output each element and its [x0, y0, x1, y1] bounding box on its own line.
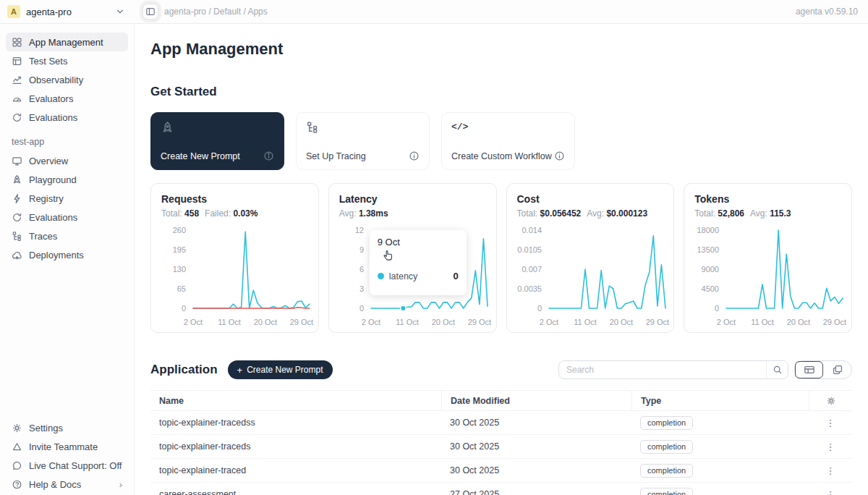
- sidebar-item-live-chat[interactable]: Live Chat Support: Off: [6, 456, 128, 475]
- tree-icon: [306, 121, 319, 134]
- row-actions-button[interactable]: ⋮: [822, 441, 840, 452]
- chart-title: Tokens: [694, 193, 841, 206]
- sidebar-item-invite-teammate[interactable]: Invite Teammate: [6, 437, 128, 456]
- sidebar-item-playground[interactable]: Playground: [6, 170, 128, 189]
- chart-title: Latency: [339, 193, 486, 206]
- get-started-title: Get Started: [150, 85, 852, 99]
- sidebar-item-label: Evaluations: [29, 112, 77, 123]
- cell-name: topic-explainer-tracedss: [150, 418, 441, 428]
- sidebar-item-settings[interactable]: Settings: [6, 418, 128, 437]
- chart-stats: Total: 458Failed: 0.03%: [161, 208, 308, 219]
- svg-text:0: 0: [182, 304, 186, 313]
- create-new-prompt-card[interactable]: Create New Prompt: [150, 112, 284, 170]
- sidebar-item-label: Evaluations: [29, 212, 77, 223]
- chevron-down-icon: [115, 7, 125, 17]
- sidebar-item-app-management[interactable]: App Management: [6, 33, 128, 51]
- svg-text:9: 9: [359, 245, 364, 254]
- cell-date: 30 Oct 2025: [441, 418, 631, 428]
- svg-text:12: 12: [355, 226, 364, 234]
- cell-name: topic-explainer-traceds: [150, 441, 441, 452]
- table-view-icon: [804, 364, 815, 376]
- sidebar-item-evaluations-app[interactable]: Evaluations: [6, 208, 128, 227]
- sidebar-item-help-docs[interactable]: Help & Docs ›: [6, 475, 128, 494]
- table-row[interactable]: topic-explainer-traceds 30 Oct 2025 comp…: [150, 435, 852, 459]
- application-title: Application: [150, 363, 218, 377]
- sidebar-item-label: Registry: [29, 193, 64, 204]
- info-icon[interactable]: [263, 151, 274, 161]
- table-header: Name Date Modified Type: [150, 390, 852, 411]
- info-icon[interactable]: [409, 151, 420, 161]
- svg-text:11 Oct: 11 Oct: [396, 318, 419, 326]
- type-badge: completion: [640, 464, 693, 478]
- sidebar-item-deployments[interactable]: Deployments: [6, 245, 128, 264]
- sidebar-toggle-icon: [145, 7, 156, 17]
- cell-date: 30 Oct 2025: [441, 441, 631, 452]
- gear-icon: [826, 396, 836, 406]
- create-custom-workflow-card[interactable]: </> Create Custom Workflow: [441, 112, 575, 170]
- svg-text:11 Oct: 11 Oct: [574, 318, 597, 326]
- svg-text:13500: 13500: [697, 245, 720, 254]
- sidebar-item-label: Overview: [29, 156, 68, 166]
- sidebar-item-registry[interactable]: Registry: [6, 189, 128, 208]
- sidebar-item-evaluators[interactable]: Evaluators: [6, 89, 128, 108]
- row-actions-button[interactable]: ⋮: [822, 418, 840, 428]
- sidebar-item-evaluations[interactable]: Evaluations: [6, 108, 128, 127]
- cell-date: 27 Oct 2025: [441, 489, 631, 495]
- type-badge: completion: [640, 440, 693, 454]
- search-input[interactable]: [559, 365, 766, 375]
- gear-icon: [12, 423, 22, 433]
- info-icon[interactable]: [554, 151, 565, 161]
- tooltip-series: latency: [389, 271, 418, 282]
- sidebar-item-label: App Management: [29, 37, 103, 48]
- table-row[interactable]: topic-explainer-tracedss 30 Oct 2025 com…: [150, 411, 852, 435]
- svg-text:0: 0: [715, 304, 719, 313]
- sidebar-item-observability[interactable]: Observability: [6, 70, 128, 89]
- svg-text:0.007: 0.007: [522, 265, 542, 274]
- get-started-cards: Create New Prompt Set Up Tracing </> Cre…: [150, 112, 852, 170]
- search-button[interactable]: [766, 361, 788, 378]
- sidebar-item-test-sets[interactable]: Test Sets: [6, 51, 128, 70]
- org-switcher[interactable]: A agenta-pro: [0, 0, 134, 23]
- sidebar-toggle-button[interactable]: [142, 4, 158, 20]
- type-badge: completion: [640, 416, 693, 430]
- sidebar-item-label: Test Sets: [29, 56, 67, 67]
- card-label: Create New Prompt: [161, 151, 240, 161]
- svg-text:260: 260: [173, 226, 186, 234]
- breadcrumb[interactable]: agenta-pro / Default / Apps: [164, 7, 268, 17]
- table-row[interactable]: topic-explainer-traced 30 Oct 2025 compl…: [150, 459, 852, 483]
- set-up-tracing-card[interactable]: Set Up Tracing: [296, 112, 430, 170]
- svg-text:29 Oct: 29 Oct: [467, 318, 490, 326]
- table-view-button[interactable]: [795, 361, 823, 378]
- svg-text:130: 130: [173, 265, 186, 274]
- tooltip-date: 9 Oct: [378, 237, 459, 248]
- svg-text:3: 3: [359, 284, 364, 293]
- monitor-icon: [12, 156, 22, 166]
- column-header-type: Type: [631, 391, 809, 410]
- card-view-button[interactable]: [823, 361, 851, 378]
- tokens-card: Tokens Total: 52,806Avg: 115.3 045009000…: [684, 183, 852, 333]
- column-settings-button[interactable]: [809, 391, 852, 410]
- card-label: Set Up Tracing: [306, 151, 366, 161]
- hand-cursor-icon: [381, 249, 394, 263]
- svg-text:0: 0: [537, 304, 541, 313]
- row-actions-button[interactable]: ⋮: [822, 465, 840, 476]
- table-row[interactable]: career-assessment 27 Oct 2025 completion…: [150, 483, 852, 495]
- create-new-prompt-button[interactable]: + Create New Prompt: [228, 360, 333, 379]
- svg-text:18000: 18000: [697, 226, 720, 234]
- help-circle-icon: [12, 479, 22, 490]
- svg-text:65: 65: [177, 284, 186, 293]
- tree-icon: [12, 231, 22, 242]
- requests-card: Requests Total: 458Failed: 0.03% 0651301…: [150, 183, 319, 333]
- line-chart-icon: [12, 75, 22, 85]
- refresh-circle-icon: [12, 112, 22, 123]
- series-dot: [378, 273, 384, 279]
- latency-card: Latency Avg: 1.38ms 0369122 Oct11 Oct20 …: [328, 183, 497, 333]
- tokens-chart: 04500900013500180002 Oct11 Oct20 Oct29 O…: [684, 221, 851, 330]
- sidebar-item-label: Evaluators: [29, 93, 73, 104]
- sidebar-item-traces[interactable]: Traces: [6, 227, 128, 245]
- sidebar-item-overview[interactable]: Overview: [6, 151, 128, 170]
- row-actions-button[interactable]: ⋮: [822, 489, 840, 495]
- tooltip-row: latency 0: [378, 271, 459, 282]
- application-header: Application + Create New Prompt: [150, 360, 852, 379]
- cell-name: career-assessment: [150, 489, 441, 495]
